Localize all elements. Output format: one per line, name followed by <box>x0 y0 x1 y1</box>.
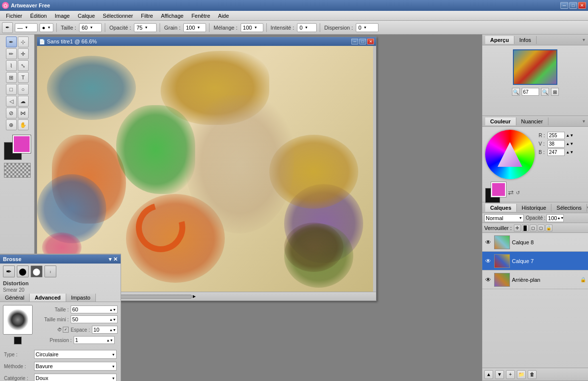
menu-affichage[interactable]: Affichage <box>157 12 188 20</box>
intensite-select[interactable]: 0▼ <box>297 23 317 32</box>
ellipse-select[interactable]: ○ <box>18 84 29 95</box>
brush-tab-general[interactable]: Général <box>0 294 30 302</box>
r-arrow[interactable]: ▲▼ <box>566 133 574 138</box>
tab-selections[interactable]: Sélections <box>551 204 587 212</box>
brush-color-swatch[interactable] <box>14 337 22 344</box>
lock-alpha-btn[interactable]: ◻ <box>530 225 537 231</box>
menu-selectionner[interactable]: Sélectionner <box>99 12 137 20</box>
opacity-input[interactable]: 100▲▼ <box>546 214 564 222</box>
lock-all-btn[interactable]: ◻ <box>538 225 545 231</box>
menu-edition[interactable]: Édition <box>26 12 51 20</box>
menu-aide[interactable]: Aide <box>214 12 233 20</box>
fill-tool[interactable]: ⋈ <box>18 108 29 118</box>
move-layer-down-btn[interactable]: ▼ <box>495 370 504 379</box>
pencil-tool[interactable]: ✏ <box>6 48 17 59</box>
espace-input[interactable]: 10▲▼ <box>92 326 118 334</box>
brush-preset-4[interactable]: ↕ <box>44 266 56 277</box>
lasso-tool[interactable]: ⌇ <box>6 60 17 71</box>
v-arrow[interactable]: ▲▼ <box>566 142 574 146</box>
exchange-icon[interactable]: ⇄ <box>508 189 514 196</box>
color-triangle[interactable] <box>498 142 522 167</box>
layer-item-bg[interactable]: 👁 Arrière-plan 🔒 <box>482 270 588 289</box>
fg-swatch[interactable] <box>491 182 506 197</box>
brush-preset-2[interactable]: ⬤ <box>17 266 29 277</box>
brush-tool[interactable]: ✒ <box>6 37 17 47</box>
reset-colors-icon[interactable]: ↺ <box>516 190 520 195</box>
menu-calque[interactable]: Calque <box>74 12 99 20</box>
zoom-fit-btn[interactable]: ⊞ <box>551 88 559 96</box>
zoom-out-btn[interactable]: 🔍 <box>512 88 520 96</box>
b-arrow[interactable]: ▲▼ <box>566 150 574 154</box>
preview-close[interactable]: ▾ <box>583 37 585 42</box>
layer-visibility-7[interactable]: 👁 <box>484 257 492 265</box>
brush-tab-advanced[interactable]: Advanced <box>30 294 66 302</box>
hand-tool[interactable]: ✋ <box>18 119 29 130</box>
close-button[interactable]: ✕ <box>578 2 586 9</box>
menu-fichier[interactable]: Fichier <box>2 12 26 20</box>
doc-maximize[interactable]: □ <box>359 38 366 44</box>
opacite-select[interactable]: 75▼ <box>134 23 157 32</box>
tab-couleur[interactable]: Couleur <box>485 117 516 125</box>
minimize-button[interactable]: ─ <box>560 2 568 9</box>
lock-position-btn[interactable]: ✛ <box>514 225 521 231</box>
layer-visibility-bg[interactable]: 👁 <box>484 276 492 284</box>
brush-style-select[interactable]: —▼ <box>15 23 38 32</box>
type-select[interactable]: Circulaire▼ <box>34 350 117 359</box>
zoom-input[interactable]: 67 <box>522 88 539 96</box>
blend-mode-select[interactable]: Normal▼ <box>484 214 524 222</box>
tool-brush-icon[interactable]: ✒ <box>2 22 13 33</box>
v-input[interactable]: 38 <box>547 140 565 148</box>
layer-item-7[interactable]: 👁 Calque 7 <box>482 252 588 270</box>
smudge-tool[interactable]: ☁ <box>18 96 29 107</box>
categorie-select[interactable]: Doux▼ <box>34 374 117 381</box>
tab-historique[interactable]: Historique <box>517 204 552 212</box>
pattern-swatch[interactable] <box>4 163 31 178</box>
methode-select[interactable]: Bavure▼ <box>34 362 117 371</box>
zoom-tool[interactable]: ⊕ <box>6 119 17 130</box>
dispersion-select[interactable]: 0▼ <box>356 23 378 32</box>
selection-tool[interactable]: ⊹ <box>18 37 29 47</box>
stamp-tool[interactable]: ⊞ <box>6 72 17 83</box>
brush-preset-3[interactable]: ⬤ <box>31 266 42 277</box>
new-layer-btn[interactable]: + <box>506 370 515 379</box>
move-layer-up-btn[interactable]: ▲ <box>484 370 493 379</box>
doc-close[interactable]: ✕ <box>367 38 374 44</box>
b-input[interactable]: 247 <box>547 149 565 156</box>
brush-tab-impasto[interactable]: Impasto <box>66 294 96 302</box>
r-input[interactable]: 255 <box>547 132 565 139</box>
color-wheel[interactable] <box>485 130 535 179</box>
tab-apercu[interactable]: Aperçu <box>485 36 514 44</box>
color-close[interactable]: ▾ <box>583 118 585 124</box>
taille-mini-input[interactable]: 50▲▼ <box>71 315 118 323</box>
layer-visibility-8[interactable]: 👁 <box>484 238 492 246</box>
eyedropper-tool[interactable]: ⊘ <box>6 108 17 118</box>
brush-preset-1[interactable]: ✒ <box>3 266 15 277</box>
tab-calques[interactable]: Calques <box>485 204 517 212</box>
espace-check[interactable]: ✓ <box>63 327 69 333</box>
new-group-btn[interactable]: 📁 <box>517 370 526 379</box>
lock-icon-btn[interactable]: 🔒 <box>546 225 552 231</box>
move-tool[interactable]: ✛ <box>18 48 29 59</box>
grain-select[interactable]: 100▼ <box>183 23 206 32</box>
maximize-button[interactable]: □ <box>569 2 577 9</box>
menu-filtre[interactable]: Filtre <box>137 12 157 20</box>
taille-param-input[interactable]: 60▲▼ <box>71 305 118 313</box>
pression-input[interactable]: 1▲▼ <box>74 336 115 344</box>
doc-minimize[interactable]: ─ <box>351 38 358 44</box>
text-tool[interactable]: T <box>18 72 29 83</box>
menu-image[interactable]: Image <box>51 12 74 20</box>
menu-fenetre[interactable]: Fenêtre <box>187 12 214 20</box>
melange-select[interactable]: 100▼ <box>241 23 263 32</box>
foreground-color[interactable] <box>13 135 31 153</box>
rect-select[interactable]: □ <box>6 84 17 95</box>
brush-shape-select[interactable]: ●▼ <box>40 23 53 32</box>
layer-item-8[interactable]: 👁 Calque 8 <box>482 233 588 252</box>
lock-pixels-btn[interactable]: █ <box>522 225 529 231</box>
tab-infos[interactable]: Infos <box>514 36 537 44</box>
tab-nuancier[interactable]: Nuancier <box>516 117 548 125</box>
eraser-tool[interactable]: ◁ <box>6 96 17 107</box>
transform-tool[interactable]: ⤡ <box>18 60 29 71</box>
taille-select[interactable]: 60▼ <box>79 23 102 32</box>
delete-layer-btn[interactable]: 🗑 <box>528 370 537 379</box>
zoom-in-btn[interactable]: 🔍 <box>541 88 549 96</box>
